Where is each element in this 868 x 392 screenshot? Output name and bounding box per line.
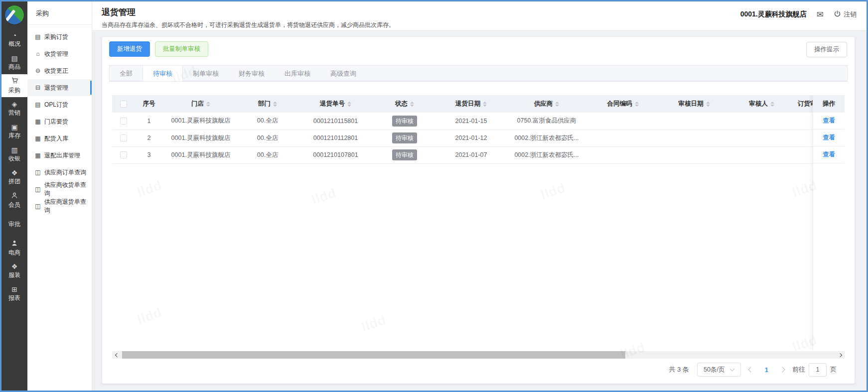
goto-page-input[interactable] — [809, 363, 827, 377]
logo-icon — [5, 5, 24, 24]
sidebar-item-purchase-order[interactable]: ▤采购订货 — [27, 28, 92, 45]
tab-pending-audit[interactable]: 待审核 — [143, 66, 183, 81]
user-area: 0001.灵蕨科技旗舰店 ✉ 注销 — [740, 1, 857, 27]
supplier-receive-icon: ◫ — [34, 186, 42, 193]
sidebar-item-allocate-in[interactable]: ▦配货入库 — [27, 130, 92, 147]
tab-all[interactable]: 全部 — [110, 66, 143, 81]
sort-icon[interactable] — [555, 100, 559, 109]
row-checkbox[interactable] — [120, 118, 127, 125]
page-unit-label: 页 — [830, 365, 837, 374]
rail-item-purchase[interactable]: 采购 — [1, 74, 27, 97]
sidebar-item-receive-correct[interactable]: ⊖收货更正 — [27, 62, 92, 79]
inventory-icon: ▣ — [11, 124, 17, 131]
col-audit-date[interactable]: 审核日期 — [660, 95, 728, 113]
col-auditor[interactable]: 审核人 — [728, 95, 795, 113]
chevron-down-icon — [730, 366, 735, 371]
rail-item-group-buy[interactable]: ❖拼团 — [1, 166, 27, 189]
sidebar-item-supplier-receive-query[interactable]: ◫供应商收货单查询 — [27, 181, 92, 198]
page-navigation: 1 — [749, 366, 784, 374]
col-contract[interactable]: 合同编码 — [586, 95, 660, 113]
view-link[interactable]: 查看 — [823, 150, 835, 159]
batch-audit-button[interactable]: 批量制单审核 — [155, 41, 208, 57]
table-row: 3 0001.灵蕨科技旗舰店 00.全店 0001210107801 待审核 2… — [112, 146, 845, 163]
rail-item-report[interactable]: ⊞报表 — [1, 282, 27, 305]
main-area: 退货管理 当商品存在库存溢余、损坏或不合格时，可进行采购退货生成退货单，将货物退… — [92, 1, 867, 391]
scrollbar-thumb[interactable] — [122, 351, 625, 359]
operation-tip-button[interactable]: 操作提示 — [806, 42, 847, 57]
col-store[interactable]: 门店 — [163, 95, 238, 113]
prev-page-button[interactable] — [748, 367, 753, 372]
row-checkbox[interactable] — [120, 134, 127, 141]
col-status[interactable]: 状态 — [374, 95, 435, 113]
tab-doc-audit[interactable]: 制单审核 — [183, 66, 229, 81]
mail-icon[interactable]: ✉ — [817, 9, 824, 20]
dashboard-icon: ◔ — [12, 32, 16, 39]
return-truck-icon: ⊟ — [34, 84, 42, 91]
sidebar-item-supplier-return-query[interactable]: ◫供应商退货单查询 — [27, 198, 92, 215]
rail-item-cashier[interactable]: ▥收银 — [1, 143, 27, 166]
toolbar: 新增退货 批量制单审核 操作提示 — [109, 41, 848, 61]
scroll-left-button[interactable] — [112, 351, 121, 359]
scrollbar-track[interactable] — [121, 351, 836, 359]
current-page-number[interactable]: 1 — [765, 366, 768, 374]
rail-item-ecommerce[interactable]: 电商 — [1, 237, 27, 260]
view-link[interactable]: 查看 — [823, 133, 835, 142]
cart-icon — [11, 77, 18, 85]
header-select-all[interactable] — [112, 95, 135, 113]
app-window: ◔概况 ▤商品 采购 ◈营销 ▣库存 ▥收银 ❖拼团 会员 审批 电商 ❖服装 … — [0, 0, 868, 392]
sort-icon[interactable] — [273, 100, 277, 109]
add-return-button[interactable]: 新增退货 — [109, 41, 150, 57]
next-page-button[interactable] — [779, 367, 785, 372]
sidebar-menu: ▤采购订货 ⌂收货管理 ⊖收货更正 ⊟退货管理 ▤OPL订货 ▦门店要货 ▦配货… — [27, 25, 92, 215]
sort-icon[interactable] — [706, 100, 710, 109]
tab-outbound-audit[interactable]: 出库审核 — [275, 66, 320, 81]
sort-icon[interactable] — [347, 100, 351, 109]
ecommerce-icon — [11, 240, 18, 248]
select-all-checkbox[interactable] — [120, 101, 127, 108]
allocate-out-icon: ▦ — [34, 152, 42, 159]
col-order-no[interactable]: 退货单号 — [297, 95, 374, 113]
chevron-right-icon — [838, 353, 842, 357]
col-supplier[interactable]: 供应商 — [507, 95, 586, 113]
page-size-select[interactable]: 50条/页 — [697, 363, 741, 377]
return-table: 序号 门店 部门 退货单号 状态 退货日期 供应商 合同编码 审核日期 审核人 — [112, 95, 845, 164]
sidebar-item-supplier-order-query[interactable]: ◫供应商订单查询 — [27, 164, 92, 181]
rail-item-member[interactable]: 会员 — [1, 189, 27, 212]
sort-icon[interactable] — [206, 100, 210, 109]
logout-button[interactable]: 注销 — [834, 10, 857, 19]
total-count-label: 共 3 条 — [669, 365, 689, 374]
col-action: 操作 — [813, 95, 845, 113]
current-store-label: 0001.灵蕨科技旗舰店 — [740, 10, 807, 19]
supplier-order-icon: ◫ — [34, 169, 42, 176]
sort-icon[interactable] — [635, 100, 639, 109]
cashier-icon: ▥ — [11, 146, 17, 153]
sidebar-item-return-mgmt[interactable]: ⊟退货管理 — [27, 79, 92, 96]
view-link[interactable]: 查看 — [823, 117, 835, 125]
receive-icon: ⌂ — [34, 50, 42, 57]
report-icon: ⊞ — [11, 286, 17, 293]
row-checkbox[interactable] — [120, 151, 127, 158]
sidebar-item-receive-mgmt[interactable]: ⌂收货管理 — [27, 45, 92, 62]
rail-item-goods[interactable]: ▤商品 — [1, 51, 27, 74]
opl-order-icon: ▤ — [34, 101, 42, 108]
rail-item-approval[interactable]: 审批 — [1, 212, 27, 237]
rail-item-apparel[interactable]: ❖服装 — [1, 260, 27, 282]
sidebar-item-opl-order[interactable]: ▤OPL订货 — [27, 96, 92, 113]
sidebar-item-allocate-out[interactable]: ▦退配出库管理 — [27, 147, 92, 164]
horizontal-scrollbar — [112, 351, 845, 359]
rail-item-overview[interactable]: ◔概况 — [1, 28, 27, 51]
sort-icon[interactable] — [483, 100, 487, 109]
tab-advanced-query[interactable]: 高级查询 — [320, 66, 366, 81]
chevron-left-icon — [115, 353, 119, 357]
sort-icon[interactable] — [770, 100, 774, 109]
col-return-date[interactable]: 退货日期 — [435, 95, 507, 113]
scroll-right-button[interactable] — [836, 351, 845, 359]
sort-icon[interactable] — [410, 100, 414, 109]
sidebar-item-store-request[interactable]: ▦门店要货 — [27, 113, 92, 130]
rail-item-inventory[interactable]: ▣库存 — [1, 120, 27, 143]
status-badge: 待审核 — [392, 116, 417, 127]
col-dept[interactable]: 部门 — [238, 95, 297, 113]
rail-item-marketing[interactable]: ◈营销 — [1, 97, 27, 120]
group-buy-icon: ❖ — [11, 169, 18, 176]
tab-finance-audit[interactable]: 财务审核 — [229, 66, 275, 81]
